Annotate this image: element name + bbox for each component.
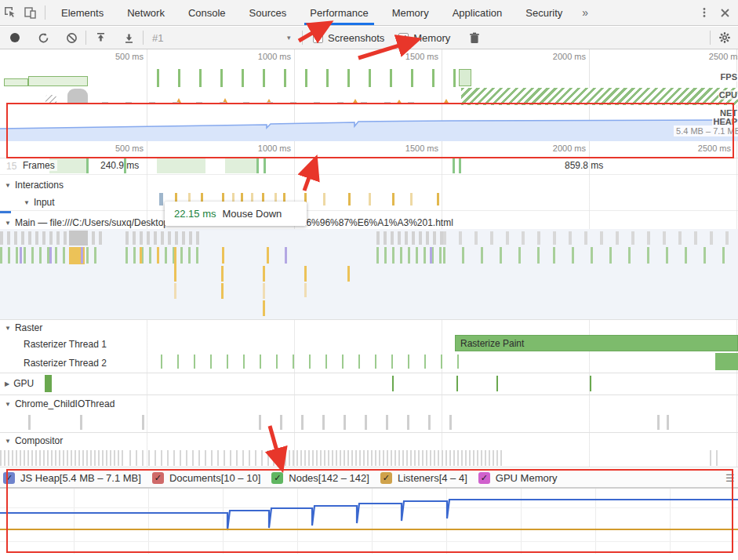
gpu-memory-checkbox[interactable]: ✓ <box>478 472 490 484</box>
tab-console[interactable]: Console <box>176 0 238 25</box>
record-button[interactable] <box>5 28 25 47</box>
flame-script-tick <box>267 247 269 264</box>
compositor-ticks <box>129 450 271 466</box>
screenshots-checkbox-label[interactable]: Screenshots <box>328 32 384 44</box>
flame-long-task-bar[interactable] <box>69 231 88 245</box>
tab-performance[interactable]: Performance <box>298 0 380 25</box>
flame-script-tick <box>221 266 224 282</box>
frame-tick <box>453 158 455 173</box>
capture-settings-gear-icon[interactable] <box>714 28 735 47</box>
inspect-element-icon[interactable] <box>0 2 20 23</box>
gpu-tick <box>456 376 458 391</box>
frame-tick <box>256 158 259 173</box>
flame-event-bars <box>443 247 553 264</box>
legend-overflow-icon[interactable]: ☰ <box>725 472 736 484</box>
counter-listeners[interactable]: ✓ Listeners[4 – 4] <box>380 472 467 484</box>
flame-render-tick <box>20 247 22 264</box>
heap-overview-chart <box>0 117 738 141</box>
tab-memory[interactable]: Memory <box>380 0 441 25</box>
input-track-header[interactable]: ▼Input <box>24 197 55 208</box>
counter-js-heap[interactable]: ✓ JS Heap[5.4 MB – 7.1 MB] <box>3 472 141 484</box>
gpu-activity-bar <box>45 375 52 392</box>
interactions-section-header[interactable]: ▼Interactions <box>5 180 64 191</box>
counter-label: Documents[10 – 10] <box>169 472 260 484</box>
counter-nodes[interactable]: ✓ Nodes[142 – 142] <box>271 472 369 484</box>
compositor-ticks <box>710 450 721 466</box>
memory-checkbox[interactable]: ✓ <box>398 33 409 43</box>
ruler-tick-label: 2000 ms <box>553 52 586 61</box>
rasterize-paint-bar[interactable]: Rasterize Paint <box>455 335 738 351</box>
separator <box>85 31 86 45</box>
tab-security[interactable]: Security <box>514 0 574 25</box>
flame-script-tick <box>221 283 224 299</box>
frames-track-label[interactable]: Frames <box>20 160 57 171</box>
memory-chart-lines <box>0 489 738 555</box>
separator <box>710 31 711 45</box>
nodes-checkbox[interactable]: ✓ <box>271 472 283 484</box>
fps-track-label: FPS <box>720 72 738 82</box>
flame-script-tick <box>347 266 350 282</box>
chevron-expanded-icon: ▼ <box>5 325 11 332</box>
compositor-section-header[interactable]: ▼Compositor <box>5 435 63 446</box>
tab-application[interactable]: Application <box>441 0 514 25</box>
frame-duration-value: 240.9 ms <box>100 160 139 171</box>
devtools-menu-icon[interactable] <box>694 2 714 23</box>
counter-label: Nodes[142 – 142] <box>289 472 369 484</box>
compositor-ticks <box>0 450 125 466</box>
ruler-tick-label: 1500 ms <box>405 52 438 61</box>
recording-session-select[interactable]: #1 <box>147 32 287 44</box>
gpu-tick <box>590 376 591 391</box>
reload-and-record-button[interactable] <box>33 28 53 47</box>
gpu-section-header[interactable]: ▶GPU <box>5 378 34 389</box>
inner-ruler[interactable]: 500 ms 1000 ms 1500 ms 2000 ms 2500 ms <box>0 141 738 158</box>
input-event-tick <box>323 193 325 205</box>
flame-script-tick <box>157 247 159 264</box>
tooltip-event-name: Mouse Down <box>222 208 282 220</box>
rasterizer-thread-2-label[interactable]: Rasterizer Thread 2 <box>24 358 107 369</box>
clear-recording-icon[interactable] <box>61 28 82 47</box>
more-tabs-chevron-icon[interactable]: » <box>574 6 596 19</box>
cpu-bump <box>45 95 56 104</box>
tab-elements[interactable]: Elements <box>49 0 115 25</box>
close-devtools-icon[interactable] <box>714 2 735 23</box>
garbage-collect-icon[interactable] <box>464 28 485 47</box>
fps-bar <box>459 69 471 86</box>
io-thread-section-header[interactable]: ▼Chrome_ChildIOThread <box>5 398 115 409</box>
compositor-ticks <box>273 450 502 466</box>
screenshots-checkbox[interactable]: ✓ <box>313 33 323 43</box>
ruler-tick-label: 500 ms <box>115 144 144 153</box>
memory-counters-chart[interactable] <box>0 488 738 554</box>
rasterizer-thread-1-label[interactable]: Rasterizer Thread 1 <box>24 339 107 350</box>
ruler-tick-label: 2500 ms <box>709 52 738 61</box>
fps-bar <box>28 76 88 86</box>
flame-script-tick <box>304 266 307 282</box>
main-track-scroll-indicator <box>0 211 11 213</box>
counter-label: JS Heap[5.4 MB – 7.1 MB] <box>20 472 141 484</box>
counter-gpu-memory[interactable]: ✓ GPU Memory <box>478 472 558 484</box>
flame-render-tick <box>81 247 83 264</box>
listeners-checkbox[interactable]: ✓ <box>380 472 392 484</box>
js-heap-checkbox[interactable]: ✓ <box>3 472 15 484</box>
check-mark: ✓ <box>400 33 407 43</box>
device-toolbar-icon[interactable] <box>20 2 41 23</box>
frame-bar <box>157 158 205 173</box>
memory-checkbox-label[interactable]: Memory <box>413 32 450 44</box>
chevron-down-icon[interactable]: ▾ <box>287 34 298 42</box>
documents-checkbox[interactable]: ✓ <box>152 472 164 484</box>
io-thread-ticks <box>259 415 467 430</box>
frames-ghost-value: 15 <box>6 161 16 172</box>
divider <box>0 395 738 395</box>
tab-network[interactable]: Network <box>115 0 176 25</box>
ruler-tick-label: 500 ms <box>115 52 144 61</box>
raster-section-header[interactable]: ▼Raster <box>5 322 42 333</box>
overview-ruler[interactable]: 500 ms 1000 ms 1500 ms 2000 ms 2500 ms <box>0 49 738 66</box>
frame-duration-value: 859.8 ms <box>565 160 603 171</box>
devtools-tabbar: Elements Network Console Sources Perform… <box>0 0 738 26</box>
cpu-activity-hatched <box>461 88 738 105</box>
rasterizer-thread-2-bar <box>715 353 738 370</box>
io-thread-tick <box>28 415 31 430</box>
tab-sources[interactable]: Sources <box>238 0 299 25</box>
counter-documents[interactable]: ✓ Documents[10 – 10] <box>152 472 260 484</box>
load-profile-icon[interactable] <box>90 28 111 47</box>
save-profile-icon[interactable] <box>118 28 139 47</box>
